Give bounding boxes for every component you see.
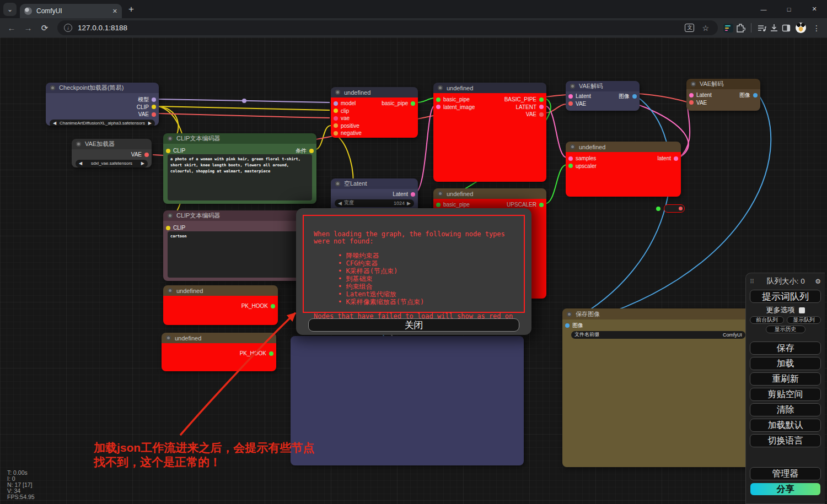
port-latent-image-in[interactable] (436, 105, 441, 109)
port-clip-in[interactable] (166, 226, 170, 230)
extensions-puzzle-icon[interactable] (735, 23, 745, 33)
port-clip[interactable] (152, 105, 156, 109)
combo-left-icon[interactable]: ◀ (79, 161, 82, 166)
collapse-dot[interactable] (168, 136, 173, 141)
combo-right-icon[interactable]: ▶ (407, 200, 411, 206)
media-playlist-icon[interactable] (757, 23, 767, 33)
port-latent-out[interactable] (674, 156, 678, 161)
port-vae[interactable] (144, 153, 149, 157)
port-in[interactable] (656, 207, 660, 211)
collapse-dot[interactable] (76, 142, 81, 147)
filename-prefix-field[interactable]: 文件名前缀 ComfyUI (571, 331, 745, 339)
port-samples-in[interactable] (568, 156, 573, 161)
node-clip-encode-negative[interactable]: CLIP文本编码器 CLIP cartoon (163, 210, 316, 281)
combo-right-icon[interactable]: ▶ (141, 161, 144, 166)
port-clip-in[interactable] (334, 109, 338, 113)
node-undefined-to-basic-pipe[interactable]: undefined model basic_pipe clip vae posi… (331, 87, 418, 138)
new-tab-button[interactable]: + (128, 4, 134, 15)
load-default-button[interactable]: 加载默认 (750, 419, 821, 432)
drag-handle-icon[interactable]: ⠿ (750, 278, 754, 285)
collapse-dot[interactable] (691, 82, 696, 86)
port-clip-in[interactable] (166, 149, 170, 153)
node-collapsed-failed[interactable] (664, 204, 685, 213)
port-vae-in[interactable] (334, 116, 338, 121)
port-pk-hook[interactable] (271, 304, 275, 308)
kebab-menu-icon[interactable]: ⋮ (813, 24, 820, 32)
collapse-dot[interactable] (570, 144, 575, 149)
switch-language-button[interactable]: 切换语言 (750, 434, 821, 447)
node-header[interactable]: 保存图像 (562, 308, 751, 319)
collapse-dot[interactable] (567, 312, 572, 317)
load-button[interactable]: 加载 (750, 357, 821, 370)
combo-right-icon[interactable]: ▶ (148, 121, 152, 126)
port-image-in[interactable] (565, 323, 570, 328)
port-upscaler-out[interactable] (539, 203, 544, 207)
port-vae-in[interactable] (568, 101, 573, 106)
collapse-dot[interactable] (166, 335, 171, 340)
node-undefined-ksampler-pipe[interactable]: undefined basic_pipe BASIC_PIPE latent_i… (433, 83, 546, 182)
collapse-dot[interactable] (168, 288, 173, 293)
port-model-in[interactable] (334, 101, 338, 106)
port-vae-in[interactable] (689, 100, 694, 105)
collapse-dot[interactable] (438, 85, 443, 90)
node-header[interactable]: CLIP文本编码器 (163, 133, 316, 144)
node-undefined-latent-upscale[interactable]: undefined samples latent upscaler (566, 142, 681, 197)
node-header[interactable]: 空Latent (331, 178, 418, 189)
port-positive-in[interactable] (334, 123, 338, 128)
manager-button[interactable]: 管理器 (750, 467, 821, 480)
port-vae-out[interactable] (539, 112, 544, 117)
collapse-dot[interactable] (335, 181, 340, 186)
clear-button[interactable]: 清除 (750, 403, 821, 416)
port-latent-in[interactable] (568, 94, 573, 99)
node-vae-decode-2[interactable]: VAE解码 Latent 图像 VAE (686, 79, 760, 111)
collapse-dot[interactable] (50, 85, 55, 90)
clipspace-button[interactable]: 剪贴空间 (750, 388, 821, 401)
share-button[interactable]: 分享 (750, 483, 821, 496)
port-pk-hook[interactable] (269, 351, 273, 356)
port-latent-in[interactable] (689, 93, 694, 97)
browser-tab[interactable]: ComfyUI ✕ (20, 4, 122, 18)
node-checkpoint-loader[interactable]: Checkpoint加载器(简易) 模型 CLIP VAE ◀ ChanimeA… (46, 83, 159, 126)
tab-search-button[interactable]: ⌄ (3, 3, 17, 16)
show-history-button[interactable]: 显示历史 (766, 326, 805, 333)
prompt-textarea[interactable]: cartoon (168, 231, 312, 278)
node-undefined-hook-2[interactable]: undefined PK_HOOK (162, 333, 276, 371)
address-bar[interactable]: i 127.0.0.1:8188 文 ☆ (57, 20, 718, 35)
window-maximize-button[interactable]: □ (776, 0, 802, 18)
ckpt-name-combo[interactable]: ◀ ChanimeArtDiffusionXL_alpha3.safetenso… (50, 120, 155, 126)
port-model[interactable] (152, 97, 156, 102)
more-options-checkbox[interactable] (799, 307, 805, 313)
port-upscaler-in[interactable] (568, 164, 573, 168)
port-basic-pipe-in[interactable] (436, 203, 441, 207)
combo-left-icon[interactable]: ◀ (53, 121, 56, 126)
collapse-dot[interactable] (335, 90, 340, 95)
window-close-button[interactable]: ✕ (802, 0, 827, 18)
port-cond-out[interactable] (309, 149, 314, 153)
queue-prompt-button[interactable]: 提示词队列 (750, 290, 821, 303)
port-basic-pipe-out[interactable] (539, 97, 544, 102)
side-panel-icon[interactable] (781, 23, 791, 33)
site-info-icon[interactable]: i (64, 24, 72, 32)
combo-left-icon[interactable]: ◀ (338, 200, 342, 206)
node-header[interactable]: VAE解码 (686, 79, 760, 89)
port-negative-in[interactable] (334, 131, 338, 136)
gear-icon[interactable]: ⚙ (815, 278, 821, 285)
port-vae[interactable] (152, 112, 156, 117)
node-header[interactable]: undefined (433, 83, 546, 93)
pinned-extension-icon[interactable] (723, 24, 733, 32)
node-header[interactable]: VAE解码 (566, 81, 640, 91)
node-vae-decode-1[interactable]: VAE解码 Latent 图像 VAE (566, 81, 640, 111)
node-image-preview[interactable] (291, 336, 524, 465)
node-header[interactable]: Checkpoint加载器(简易) (46, 83, 159, 93)
collapse-dot[interactable] (168, 213, 173, 218)
node-header[interactable]: undefined (331, 87, 418, 97)
port-basic-pipe-in[interactable] (436, 97, 441, 102)
node-header[interactable]: CLIP文本编码器 (163, 210, 316, 221)
show-queue-button[interactable]: 显示队列 (787, 316, 821, 324)
download-icon[interactable] (769, 23, 779, 33)
translate-icon[interactable]: 文 (685, 24, 694, 32)
node-header[interactable]: undefined (162, 333, 276, 343)
prompt-textarea[interactable]: a photo of a woman with pink hair, green… (168, 154, 312, 200)
tab-close-icon[interactable]: ✕ (112, 8, 117, 15)
bookmark-star-icon[interactable]: ☆ (702, 24, 709, 32)
